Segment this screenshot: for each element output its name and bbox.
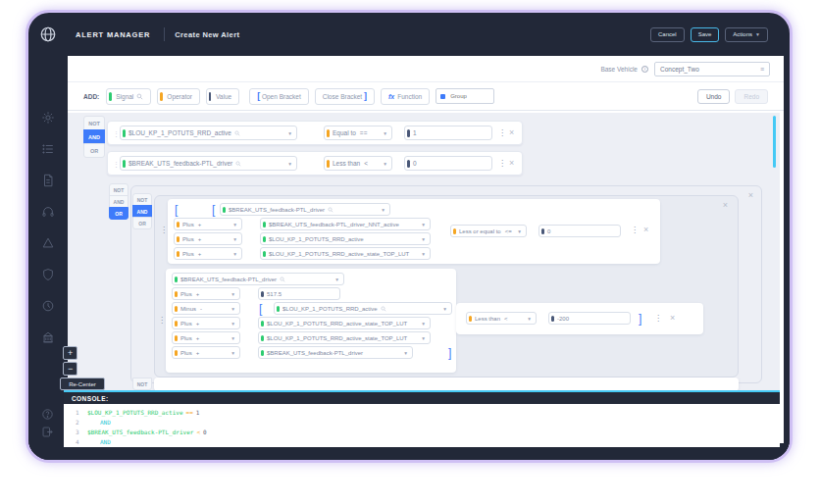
open-bracket-icon[interactable]: [ (175, 204, 178, 216)
close-icon[interactable]: × (723, 201, 728, 210)
cancel-button[interactable]: Cancel (650, 27, 685, 42)
kebab-menu-icon[interactable]: ⋮ (498, 129, 506, 137)
redo-button[interactable]: Redo (735, 89, 768, 104)
actions-button[interactable]: Actions▼ (725, 27, 768, 42)
tab-or[interactable]: OR (109, 207, 128, 220)
expression-condition-strip: Less than< ▾ -200 ] ⋮ × (456, 303, 703, 334)
group-input[interactable] (448, 92, 489, 100)
chevron-down-icon: ▾ (380, 130, 386, 136)
info-icon[interactable]: i (641, 66, 648, 73)
building-icon[interactable] (41, 330, 55, 344)
add-close-bracket-button[interactable]: Close Bracket ] (315, 88, 375, 105)
tab-and[interactable]: AND (83, 129, 105, 144)
console-line: 2 AND (64, 417, 780, 427)
signal-select[interactable]: $LOU_KP_1_POTUTS_RRD_active_state_TOP_LU… (260, 247, 431, 260)
close-icon[interactable]: × (748, 191, 753, 200)
value-input[interactable]: 0 (538, 225, 621, 237)
math-operator-select[interactable]: Plus+ ▾ (172, 346, 240, 359)
add-value-button[interactable]: Value (206, 88, 239, 105)
math-operator-select[interactable]: Plus+ ▾ (174, 232, 242, 245)
signal-select[interactable]: $BREAK_UTS_feedback-PTL_driver ▾ (172, 273, 344, 285)
signal-select[interactable]: $BREAK_UTS_feedback-PTL_driver ▾ (258, 346, 413, 359)
add-open-bracket-button[interactable]: [ Open Bracket (249, 88, 309, 105)
app-title: ALERT MANAGER (76, 30, 150, 39)
chevron-down-icon: ▾ (418, 335, 425, 341)
comparison-operator-select[interactable]: Less or equal to<= ▾ (450, 225, 527, 237)
drag-handle-icon[interactable]: ⋮ (158, 317, 166, 325)
comparison-operator-select[interactable]: Less than< ▾ (466, 312, 537, 325)
close-icon[interactable]: × (509, 128, 514, 137)
help-icon[interactable] (41, 407, 55, 421)
headset-icon[interactable] (41, 205, 55, 219)
signal-select[interactable]: $BREAK_UTS_feedback-PTL_driver_NNT_activ… (260, 218, 431, 230)
tab-not[interactable]: NOT (132, 378, 152, 390)
operator-select[interactable]: Less than< ▾ (324, 156, 392, 171)
shield-icon[interactable] (41, 268, 55, 281)
condition-row: ⋮⋮ $LOU_KP_1_POTUTS_RRD_active ▾ Equal t… (107, 121, 523, 145)
vertical-scrollbar[interactable] (773, 116, 776, 168)
tab-not[interactable]: NOT (83, 116, 105, 130)
operator-select[interactable]: Equal to== ▾ (324, 126, 392, 140)
open-bracket-icon[interactable]: [ (259, 303, 262, 315)
document-icon[interactable] (41, 174, 55, 187)
math-operator-select[interactable]: Plus+ ▾ (172, 331, 240, 344)
search-icon (136, 93, 143, 100)
list-icon[interactable] (41, 142, 55, 156)
console-line: 1 $LOU_KP_1_POTUTS_RRD_active == 1 (64, 407, 780, 417)
kebab-menu-icon[interactable]: ⋮ (498, 160, 506, 168)
signal-select[interactable]: $LOU_KP_1_POTUTS_RRD_active_state_TOP_LU… (258, 317, 431, 329)
kebab-menu-icon[interactable]: ⋮ (631, 227, 639, 234)
open-bracket-icon[interactable]: [ (212, 204, 215, 216)
add-signal-button[interactable]: Signal (106, 88, 151, 105)
value-input[interactable]: 517.5 (258, 287, 340, 300)
value-input[interactable]: 0 (404, 156, 492, 171)
signal-select[interactable]: $BREAK_UTS_feedback-PTL_driver ▾ (120, 156, 297, 171)
close-bracket-icon[interactable]: ] (639, 313, 641, 325)
chevron-down-icon: ▼ (755, 31, 760, 37)
math-operator-select[interactable]: Plus+ ▾ (174, 218, 242, 230)
recenter-button[interactable]: Re-Center (60, 378, 105, 390)
console-body[interactable]: 1 $LOU_KP_1_POTUTS_RRD_active == 1 2 AND… (64, 404, 780, 447)
close-icon[interactable]: × (670, 314, 675, 323)
close-icon[interactable]: × (643, 226, 648, 234)
drag-handle-icon[interactable]: ⋮ (160, 227, 168, 234)
math-operator-select[interactable]: Minus- ▾ (172, 302, 240, 315)
settings-icon[interactable] (41, 111, 55, 125)
signal-select[interactable]: $LOU_KP_1_POTUTS_RRD_active ▾ (120, 126, 297, 140)
chevron-down-icon: ▾ (230, 236, 236, 242)
function-icon: fx (388, 93, 394, 100)
logout-icon[interactable] (41, 425, 55, 438)
zoom-out-button[interactable]: − (63, 362, 77, 376)
signal-select[interactable]: $LOU_KP_1_POTUTS_RRD_active ▾ (274, 302, 452, 315)
kebab-menu-icon[interactable]: ⋮ (654, 315, 662, 323)
save-button[interactable]: Save (691, 27, 720, 42)
tab-or[interactable]: OR (83, 143, 105, 158)
prism-icon[interactable] (41, 236, 55, 250)
signal-select[interactable]: $BREAK_UTS_feedback-PTL_driver ▾ (220, 203, 390, 216)
clock-icon[interactable] (41, 299, 55, 313)
value-input[interactable]: 1 (404, 126, 492, 140)
math-operator-select[interactable]: Plus+ ▾ (174, 247, 242, 260)
chevron-down-icon: ▾ (230, 251, 236, 257)
close-icon[interactable]: × (509, 159, 514, 168)
hidden-row-stub (154, 378, 739, 391)
expression-box: $BREAK_UTS_feedback-PTL_driver ▾ Plus+ ▾… (166, 269, 456, 373)
add-label: ADD: (83, 93, 99, 100)
globe-icon[interactable] (28, 25, 68, 43)
undo-button[interactable]: Undo (697, 89, 731, 104)
group-icon (440, 94, 445, 99)
base-vehicle-select[interactable]: Concept_Two ≡ (654, 62, 770, 76)
search-icon (381, 306, 386, 312)
signal-select[interactable]: $LOU_KP_1_POTUTS_RRD_active ▾ (260, 232, 431, 245)
signal-select[interactable]: $LOU_KP_1_POTUTS_RRD_active_state_TOP_LU… (258, 331, 431, 344)
tab-or[interactable]: OR (132, 217, 152, 229)
add-function-button[interactable]: fxFunction (381, 88, 430, 105)
math-operator-select[interactable]: Plus+ ▾ (172, 317, 240, 329)
filter-icon: ≡ (760, 66, 764, 73)
chevron-down-icon: ▾ (418, 222, 425, 227)
zoom-in-button[interactable]: + (63, 346, 77, 360)
add-operator-button[interactable]: Operator (157, 88, 200, 105)
close-bracket-icon[interactable]: ] (448, 347, 451, 359)
math-operator-select[interactable]: Plus+ ▾ (172, 287, 240, 300)
value-input[interactable]: -200 (548, 312, 631, 325)
